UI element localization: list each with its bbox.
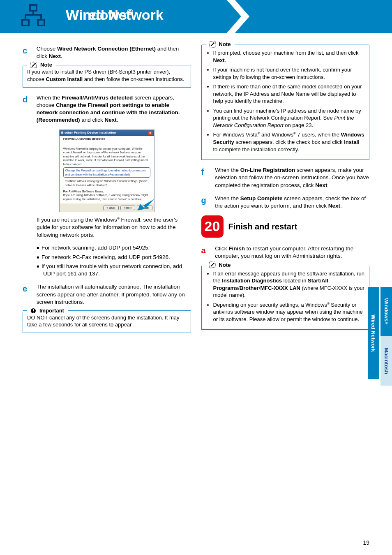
tab-wired-network[interactable]: Wired Network [368,287,379,379]
step-d: d When the Firewall/AntiVirus detected s… [23,94,191,124]
step-letter-c: c [23,45,35,56]
step-a: a Click Finish to restart your computer.… [201,245,370,260]
list-item: Depending on your security settings, a W… [213,301,365,323]
side-tabs: Wired Network Windows® Macintosh [368,287,392,386]
page: Wired Network Windows® c Choose Wired Ne… [0,0,392,555]
important-label: Important [39,307,66,314]
note-label: Note [219,41,233,48]
step-d-text: When the Firewall/AntiVirus detected scr… [37,94,191,124]
list-item: If your machine is not found over the ne… [213,66,365,81]
mock-paragraph: Windows Firewall is helping to protect y… [63,147,150,166]
note-box-3: Note If an error message appears during … [201,266,370,330]
big-step-20: 20 Finish and restart [201,215,370,238]
step-g: g When the Setup Complete screen appears… [201,195,370,210]
step-c-text: Choose Wired Network Connection (Etherne… [37,45,191,60]
list-item: If there is more than one of the same mo… [213,83,365,105]
step-letter-g: g [201,195,214,206]
step-f-text: When the On-Line Registration screen app… [215,166,369,189]
step-letter-d: d [23,94,35,105]
step-c: c Choose Wired Network Connection (Ether… [23,45,191,60]
close-icon: ✕ [148,131,152,135]
note-box-1: Note If you want to install the PS drive… [23,66,191,87]
tab-macintosh[interactable]: Macintosh [380,336,392,386]
note-icon [208,261,217,268]
content-columns: c Choose Wired Network Connection (Ether… [0,33,392,340]
note-label: Note [40,61,54,69]
list-item: You can find your machine's IP address a… [213,107,365,129]
important-icon [30,308,37,314]
mock-radio-2: Continue without changing the Windows Fi… [63,178,150,188]
header-bar: Wired Network Windows® [0,0,392,33]
tab-windows[interactable]: Windows® [380,287,392,336]
note-label: Note [219,261,233,269]
note-box-2: Note If prompted, choose your machine fr… [201,45,370,160]
step-a-text: Click Finish to restart your computer. A… [215,245,369,260]
step-letter-f: f [201,166,214,178]
arrow-icon [138,199,154,210]
note-3-list: If an error message appears during the s… [206,270,365,323]
mock-next-button: Next > [120,206,135,210]
important-box: Important DO NOT cancel any of the scree… [23,312,191,333]
note-1-text: If you want to install the PS driver (BR… [27,68,187,83]
mock-title: Brother Printing Device Installation [61,131,116,135]
mock-back-button: < Back [103,206,119,210]
note-icon [30,62,38,68]
step-e: e The installation will automatically co… [23,283,191,306]
port-list: For network scanning, add UDP port 54925… [37,244,191,278]
step-number: 20 [201,215,224,238]
svg-marker-6 [143,199,154,208]
step-e-text: The installation will automatically cont… [37,283,191,306]
note-2-list: If prompted, choose your machine from th… [206,49,365,153]
page-number: 19 [363,539,369,547]
step-f: f When the On-Line Registration screen a… [201,166,370,189]
network-icon [21,4,46,29]
list-item: If an error message appears during the s… [213,270,365,299]
list-item: For network scanning, add UDP port 54925… [43,244,191,252]
svg-rect-9 [33,312,34,312]
mock-subtitle: Firewall/AntiVirus detected [60,136,154,144]
step-title: Finish and restart [228,221,297,232]
svg-rect-0 [30,5,37,11]
list-item: For Windows Vista® and Windows® 7 users,… [213,131,365,153]
right-column: Note If prompted, choose your machine fr… [201,45,370,340]
step-letter-e: e [23,283,35,294]
step-g-text: When the Setup Complete screen appears, … [215,195,369,210]
left-column: c Choose Wired Network Connection (Ether… [23,45,191,340]
svg-rect-8 [33,309,34,311]
header-os: Windows® [66,6,359,25]
step-letter-a: a [201,245,214,256]
list-item: If you still have trouble with your netw… [43,263,191,278]
screenshot-mock: Brother Printing Device Installation ✕ F… [23,130,191,212]
svg-rect-1 [22,20,29,25]
svg-rect-2 [38,20,44,25]
mock-radio-1: Change the Firewall port settings to ena… [63,167,150,178]
list-item: For network PC-Fax receiving, add UDP po… [43,254,191,261]
list-item: If prompted, choose your machine from th… [213,49,365,64]
note-icon [208,41,217,48]
after-mock: If you are not using the Windows® Firewa… [37,216,191,278]
mock-av-heading: For AntiVirus Software Users: [63,190,150,193]
important-text: DO NOT cancel any of the screens during … [27,314,187,328]
